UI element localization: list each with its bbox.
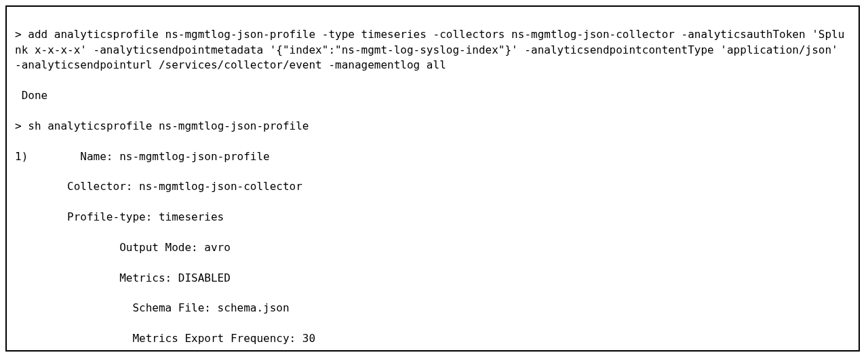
done-line-1: Done — [15, 88, 850, 103]
command-show-line: > sh analyticsprofile ns-mgmtlog-json-pr… — [15, 119, 850, 134]
prompt: > — [15, 119, 22, 132]
field-profile-type: Profile-type: timeseries — [15, 210, 850, 225]
terminal-output: > add analyticsprofile ns-mgmtlog-json-p… — [5, 5, 860, 352]
result-index-name: 1) Name: ns-mgmtlog-json-profile — [15, 149, 850, 164]
field-output-mode: Output Mode: avro — [15, 240, 850, 255]
result-index: 1) — [15, 150, 28, 163]
field-metrics-freq: Metrics Export Frequency: 30 — [15, 331, 850, 346]
command-add-line: > add analyticsprofile ns-mgmtlog-json-p… — [15, 27, 850, 73]
field-metrics: Metrics: DISABLED — [15, 271, 850, 286]
command-add: add analyticsprofile ns-mgmtlog-json-pro… — [15, 28, 844, 71]
field-collector: Collector: ns-mgmtlog-json-collector — [15, 179, 850, 194]
field-schema-file: Schema File: schema.json — [15, 301, 850, 316]
field-name: Name: ns-mgmtlog-json-profile — [28, 150, 269, 163]
prompt: > — [15, 28, 22, 41]
command-show: sh analyticsprofile ns-mgmtlog-json-prof… — [28, 119, 309, 132]
